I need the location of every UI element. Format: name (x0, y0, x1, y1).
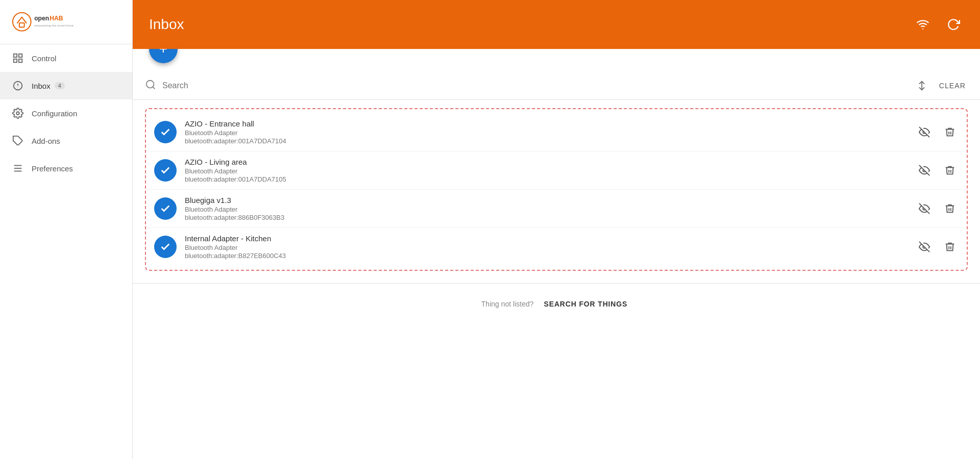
footer: Thing not listed? SEARCH FOR THINGS (133, 283, 980, 324)
trash-icon (944, 241, 955, 252)
item-name: AZIO - Living area (185, 158, 908, 166)
table-row: AZIO - Living area Bluetooth Adapter blu… (146, 151, 967, 190)
item-info: Internal Adapter - Kitchen Bluetooth Ada… (185, 234, 908, 260)
sidebar-item-configuration[interactable]: Configuration (0, 99, 132, 127)
hide-icon (919, 241, 930, 252)
grid-icon (12, 53, 23, 64)
inbox-icon (12, 80, 23, 91)
search-things-button[interactable]: SEARCH FOR THINGS (540, 298, 632, 310)
svg-text:open: open (34, 15, 49, 22)
page-header: Inbox (133, 0, 980, 49)
svg-point-12 (16, 112, 19, 115)
wifi-icon (916, 18, 929, 31)
search-input[interactable] (162, 81, 906, 90)
sidebar-item-preferences[interactable]: Preferences (0, 155, 132, 182)
check-icon (160, 126, 171, 138)
item-name: AZIO - Entrance hall (185, 119, 908, 128)
svg-point-0 (13, 13, 31, 31)
sidebar-item-control[interactable]: Control (0, 44, 132, 72)
avatar (154, 121, 177, 143)
item-actions (916, 123, 959, 141)
sidebar-item-control-label: Control (32, 54, 56, 63)
item-actions (916, 200, 959, 217)
hide-icon (919, 203, 930, 214)
avatar (154, 236, 177, 258)
sidebar-item-addons-label: Add-ons (32, 137, 60, 145)
item-id: bluetooth:adapter:886B0F3063B3 (185, 214, 908, 221)
sort-button[interactable] (913, 76, 931, 95)
svg-rect-8 (19, 59, 22, 62)
sidebar: open HAB empowering the smart home Contr… (0, 0, 133, 459)
item-actions (916, 162, 959, 179)
ignore-button[interactable] (916, 123, 933, 141)
svg-point-18 (146, 80, 154, 88)
svg-rect-7 (14, 59, 17, 62)
gear-icon (12, 108, 23, 119)
item-info: AZIO - Entrance hall Bluetooth Adapter b… (185, 119, 908, 145)
svg-rect-6 (19, 54, 22, 57)
ignore-button[interactable] (916, 200, 933, 217)
delete-button[interactable] (941, 238, 959, 256)
table-row: Bluegiga v1.3 Bluetooth Adapter bluetoot… (146, 190, 967, 228)
selection-box: AZIO - Entrance hall Bluetooth Adapter b… (145, 108, 968, 271)
sort-icon (917, 81, 927, 91)
inbox-badge: 4 (55, 82, 65, 89)
svg-text:HAB: HAB (50, 15, 63, 22)
delete-button[interactable] (941, 123, 959, 141)
svg-text:empowering the smart home: empowering the smart home (34, 23, 74, 27)
sidebar-item-addons[interactable]: Add-ons (0, 127, 132, 155)
table-row: AZIO - Entrance hall Bluetooth Adapter b… (146, 113, 967, 151)
item-id: bluetooth:adapter:001A7DDA7105 (185, 175, 908, 183)
check-icon (160, 165, 171, 176)
svg-rect-1 (19, 23, 24, 27)
item-type: Bluetooth Adapter (185, 244, 908, 251)
avatar (154, 197, 177, 220)
item-id: bluetooth:adapter:B827EB600C43 (185, 252, 908, 260)
refresh-icon (947, 18, 960, 31)
header-actions (913, 14, 964, 35)
item-info: AZIO - Living area Bluetooth Adapter blu… (185, 158, 908, 183)
scan-button[interactable] (913, 14, 933, 35)
item-name: Internal Adapter - Kitchen (185, 234, 908, 243)
item-info: Bluegiga v1.3 Bluetooth Adapter bluetoot… (185, 196, 908, 221)
hide-icon (919, 126, 930, 138)
avatar (154, 159, 177, 182)
logo: open HAB empowering the smart home (0, 0, 132, 44)
trash-icon (944, 126, 955, 138)
svg-line-19 (153, 87, 155, 89)
check-icon (160, 241, 171, 252)
add-button[interactable]: + (149, 49, 178, 63)
sidebar-item-preferences-label: Preferences (32, 164, 73, 173)
clear-button[interactable]: CLEAR (937, 79, 968, 93)
search-bar: CLEAR (133, 71, 980, 100)
item-id: bluetooth:adapter:001A7DDA7104 (185, 137, 908, 145)
item-type: Bluetooth Adapter (185, 206, 908, 213)
puzzle-icon (12, 135, 23, 146)
trash-icon (944, 165, 955, 176)
item-name: Bluegiga v1.3 (185, 196, 908, 205)
svg-point-17 (922, 29, 923, 30)
main-content: Inbox + (133, 0, 980, 459)
ignore-button[interactable] (916, 238, 933, 256)
svg-point-11 (18, 87, 18, 88)
content-inner: + CLEAR (133, 49, 980, 324)
trash-icon (944, 203, 955, 214)
svg-rect-5 (14, 54, 17, 57)
item-type: Bluetooth Adapter (185, 167, 908, 175)
sidebar-item-inbox-label: Inbox 4 (32, 82, 65, 90)
check-icon (160, 203, 171, 214)
sidebar-item-inbox[interactable]: Inbox 4 (0, 72, 132, 99)
delete-button[interactable] (941, 200, 959, 217)
hide-icon (919, 165, 930, 176)
content-area: + CLEAR (133, 49, 980, 459)
settings-icon (12, 163, 23, 174)
refresh-button[interactable] (943, 14, 964, 35)
table-row: Internal Adapter - Kitchen Bluetooth Ada… (146, 228, 967, 266)
page-title: Inbox (149, 16, 184, 33)
footer-prompt: Thing not listed? (481, 300, 534, 308)
ignore-button[interactable] (916, 162, 933, 179)
delete-button[interactable] (941, 162, 959, 179)
sidebar-item-configuration-label: Configuration (32, 109, 77, 118)
search-icon (145, 79, 156, 92)
item-type: Bluetooth Adapter (185, 129, 908, 137)
